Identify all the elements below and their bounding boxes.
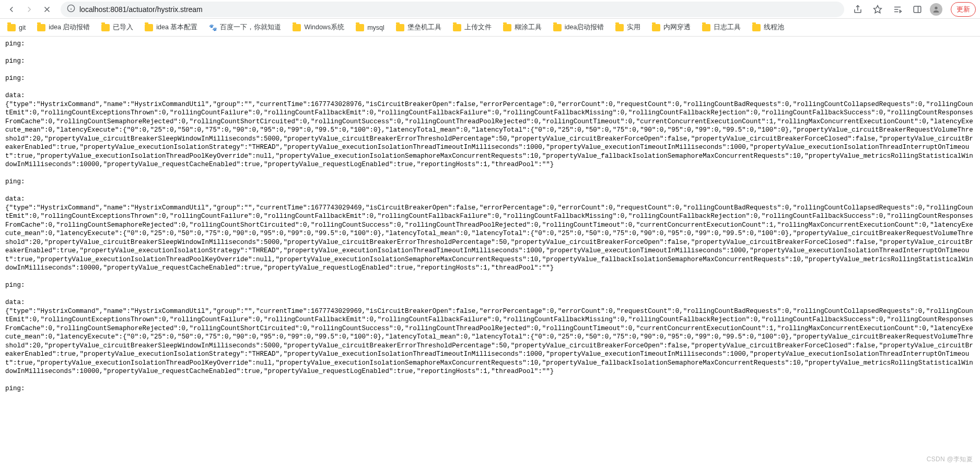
address-bar[interactable]: localhost:8081/actuator/hystrix.stream — [61, 2, 844, 17]
bookmark-label: 线程池 — [764, 23, 784, 32]
page-content: ping: ping: ping: data: {"type":"Hystrix… — [0, 37, 980, 417]
bookmarks-bar: gitidea 启动报错已导入idea 基本配置🐾百度一下，你就知道Window… — [0, 19, 980, 37]
bookmark-label: Windows系统 — [304, 23, 344, 32]
bookmark-item[interactable]: 上传文件 — [453, 23, 492, 32]
folder-icon — [553, 24, 562, 31]
bookmark-label: 实用 — [627, 23, 640, 32]
folder-icon — [7, 24, 16, 31]
forward-button[interactable] — [22, 2, 37, 17]
bookmark-label: idea 启动报错 — [49, 23, 90, 32]
bookmark-label: idea启动报错 — [565, 23, 604, 32]
bookmark-item[interactable]: 内网穿透 — [652, 23, 691, 32]
folder-icon — [37, 24, 45, 31]
folder-icon — [356, 24, 364, 31]
bookmark-item[interactable]: idea 基本配置 — [145, 23, 197, 32]
toolbar-right: 更新 — [850, 2, 976, 17]
bookmark-item[interactable]: idea 启动报错 — [37, 23, 90, 32]
profile-avatar[interactable] — [930, 3, 942, 16]
bookmark-label: 糊涂工具 — [515, 23, 542, 32]
bookmark-item[interactable]: Windows系统 — [293, 23, 344, 32]
bookmark-label: 百度一下，你就知道 — [220, 23, 281, 32]
bookmark-item[interactable]: 实用 — [615, 23, 640, 32]
bookmark-label: idea 基本配置 — [156, 23, 197, 32]
bookmark-item[interactable]: mysql — [356, 24, 384, 31]
playlist-icon[interactable] — [890, 2, 905, 17]
folder-icon — [503, 24, 511, 31]
url-text: localhost:8081/actuator/hystrix.stream — [79, 5, 203, 14]
bookmark-item[interactable]: git — [7, 24, 26, 31]
bookmark-label: mysql — [367, 24, 384, 31]
svg-point-10 — [935, 6, 937, 9]
bookmark-item[interactable]: 糊涂工具 — [503, 23, 542, 32]
bookmark-item[interactable]: idea启动报错 — [553, 23, 604, 32]
bookmark-item[interactable]: 日志工具 — [702, 23, 741, 32]
site-info-icon[interactable] — [67, 4, 75, 14]
bookmark-item[interactable]: 🐾百度一下，你就知道 — [209, 23, 281, 32]
folder-icon — [752, 24, 761, 31]
panel-icon[interactable] — [910, 2, 925, 17]
stop-button[interactable] — [40, 2, 54, 17]
update-button[interactable]: 更新 — [951, 2, 976, 17]
bookmark-item[interactable]: 线程池 — [752, 23, 784, 32]
bookmark-item[interactable]: 堡垒机工具 — [396, 23, 441, 32]
folder-icon — [652, 24, 660, 31]
folder-icon — [293, 24, 301, 31]
bookmark-label: 已导入 — [113, 23, 133, 32]
bookmark-label: 堡垒机工具 — [407, 23, 441, 32]
svg-marker-7 — [900, 10, 902, 13]
svg-marker-3 — [874, 5, 882, 13]
folder-icon — [145, 24, 153, 31]
bookmark-item[interactable]: 已导入 — [101, 23, 133, 32]
folder-icon — [615, 24, 624, 31]
folder-icon — [702, 24, 710, 31]
folder-icon — [453, 24, 461, 31]
bookmark-label: 日志工具 — [714, 23, 741, 32]
bookmark-label: 上传文件 — [464, 23, 492, 32]
browser-toolbar: localhost:8081/actuator/hystrix.stream 更… — [0, 0, 980, 19]
folder-icon — [101, 24, 110, 31]
svg-rect-8 — [914, 6, 921, 13]
share-icon[interactable] — [850, 2, 865, 17]
bookmark-label: git — [19, 24, 26, 31]
bookmark-label: 内网穿透 — [663, 23, 691, 32]
bookmark-star-icon[interactable] — [870, 2, 885, 17]
back-button[interactable] — [4, 2, 19, 17]
baidu-paw-icon: 🐾 — [209, 24, 217, 31]
folder-icon — [396, 24, 404, 31]
